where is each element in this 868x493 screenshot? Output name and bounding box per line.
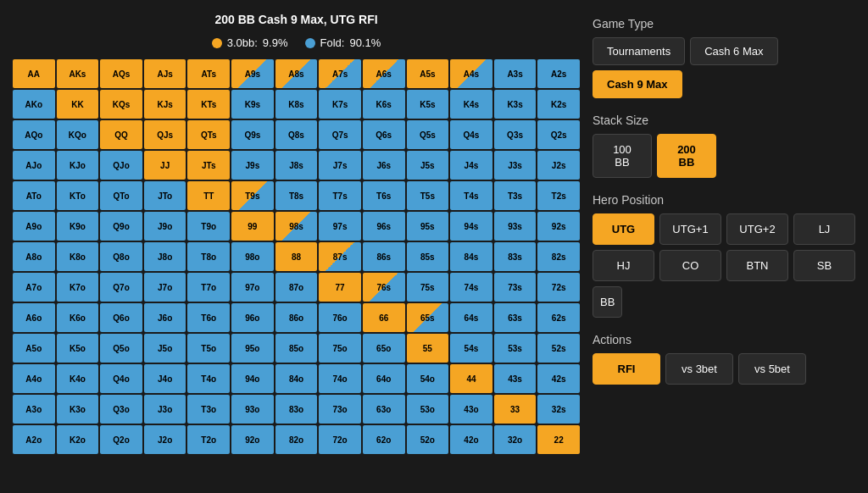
cell-q5o[interactable]: Q5o (100, 334, 142, 363)
cell-96o[interactable]: 96o (231, 303, 274, 332)
cell-kqo[interactable]: KQo (57, 120, 99, 149)
cell-73s[interactable]: 73s (494, 273, 537, 302)
cell-53s[interactable]: 53s (494, 334, 537, 363)
cell-a4o[interactable]: A4o (13, 364, 55, 393)
cell-q3o[interactable]: Q3o (100, 395, 142, 424)
cell-q8o[interactable]: Q8o (100, 242, 142, 271)
cell-t5o[interactable]: T5o (187, 334, 230, 363)
cell-qjs[interactable]: QJs (144, 120, 186, 149)
cell-j8s[interactable]: J8s (275, 151, 318, 180)
cell-qjo[interactable]: QJo (100, 151, 142, 180)
cell-98s[interactable]: 98s (275, 212, 318, 241)
cell-t2s[interactable]: T2s (537, 181, 580, 210)
cell-94o[interactable]: 94o (231, 364, 274, 393)
cell-a2o[interactable]: A2o (13, 425, 55, 454)
cell-j9s[interactable]: J9s (231, 151, 274, 180)
cell-j4s[interactable]: J4s (450, 151, 492, 180)
cell-t6s[interactable]: T6s (363, 181, 405, 210)
btn-vs3bet[interactable]: vs 3bet (665, 353, 733, 385)
cell-k5o[interactable]: K5o (57, 334, 99, 363)
cell-j5s[interactable]: J5s (407, 151, 449, 180)
cell-jj[interactable]: JJ (144, 151, 186, 180)
cell-q6s[interactable]: Q6s (363, 120, 405, 149)
cell-76o[interactable]: 76o (319, 303, 361, 332)
cell-q5s[interactable]: Q5s (407, 120, 449, 149)
cell-85s[interactable]: 85s (407, 242, 449, 271)
cell-t9o[interactable]: T9o (187, 212, 230, 241)
cell-k4o[interactable]: K4o (57, 364, 99, 393)
cell-t4o[interactable]: T4o (187, 364, 230, 393)
cell-j8o[interactable]: J8o (144, 242, 186, 271)
cell-kjs[interactable]: KJs (144, 90, 186, 119)
cell-43s[interactable]: 43s (494, 364, 537, 393)
cell-84o[interactable]: 84o (275, 364, 318, 393)
cell-97o[interactable]: 97o (231, 273, 274, 302)
btn-bb[interactable]: BB (593, 286, 622, 318)
cell-q8s[interactable]: Q8s (275, 120, 318, 149)
cell-j6o[interactable]: J6o (144, 303, 186, 332)
btn-utg1[interactable]: UTG+1 (659, 213, 721, 245)
cell-q9s[interactable]: Q9s (231, 120, 274, 149)
cell-43o[interactable]: 43o (450, 395, 492, 424)
cell-k3s[interactable]: K3s (494, 90, 537, 119)
cell-95o[interactable]: 95o (231, 334, 274, 363)
cell-a6o[interactable]: A6o (13, 303, 55, 332)
cell-62o[interactable]: 62o (363, 425, 405, 454)
cell-t4s[interactable]: T4s (450, 181, 492, 210)
cell-ato[interactable]: ATo (13, 181, 55, 210)
cell-77[interactable]: 77 (319, 273, 361, 302)
btn-co[interactable]: CO (659, 250, 721, 281)
cell-55[interactable]: 55 (407, 334, 449, 363)
cell-q9o[interactable]: Q9o (100, 212, 142, 241)
cell-32o[interactable]: 32o (494, 425, 537, 454)
cell-j3s[interactable]: J3s (494, 151, 537, 180)
btn-cash6max[interactable]: Cash 6 Max (690, 37, 777, 65)
cell-a9o[interactable]: A9o (13, 212, 55, 241)
cell-q6o[interactable]: Q6o (100, 303, 142, 332)
cell-j2o[interactable]: J2o (144, 425, 186, 454)
btn-hj[interactable]: HJ (593, 250, 654, 281)
cell-tt[interactable]: TT (187, 181, 230, 210)
cell-j5o[interactable]: J5o (144, 334, 186, 363)
cell-j9o[interactable]: J9o (144, 212, 186, 241)
cell-aqs[interactable]: AQs (100, 59, 142, 88)
cell-aa[interactable]: AA (13, 59, 55, 88)
cell-k8s[interactable]: K8s (275, 90, 318, 119)
cell-84s[interactable]: 84s (450, 242, 492, 271)
cell-k2s[interactable]: K2s (537, 90, 580, 119)
cell-ats[interactable]: ATs (187, 59, 230, 88)
cell-k9s[interactable]: K9s (231, 90, 274, 119)
btn-lj[interactable]: LJ (793, 213, 855, 245)
cell-j4o[interactable]: J4o (144, 364, 186, 393)
cell-k5s[interactable]: K5s (407, 90, 449, 119)
cell-92s[interactable]: 92s (537, 212, 580, 241)
cell-k8o[interactable]: K8o (57, 242, 99, 271)
cell-62s[interactable]: 62s (537, 303, 580, 332)
cell-63o[interactable]: 63o (363, 395, 405, 424)
cell-jts[interactable]: JTs (187, 151, 230, 180)
btn-tournaments[interactable]: Tournaments (593, 37, 685, 65)
cell-k7s[interactable]: K7s (319, 90, 361, 119)
cell-88[interactable]: 88 (275, 242, 318, 271)
cell-k3o[interactable]: K3o (57, 395, 99, 424)
cell-64o[interactable]: 64o (363, 364, 405, 393)
cell-74o[interactable]: 74o (319, 364, 361, 393)
cell-63s[interactable]: 63s (494, 303, 537, 332)
cell-65o[interactable]: 65o (363, 334, 405, 363)
cell-a8s[interactable]: A8s (275, 59, 318, 88)
cell-75o[interactable]: 75o (319, 334, 361, 363)
cell-aks[interactable]: AKs (57, 59, 99, 88)
cell-42o[interactable]: 42o (450, 425, 492, 454)
cell-99[interactable]: 99 (231, 212, 274, 241)
cell-72s[interactable]: 72s (537, 273, 580, 302)
cell-t8s[interactable]: T8s (275, 181, 318, 210)
cell-t9s[interactable]: T9s (231, 181, 274, 210)
cell-j2s[interactable]: J2s (537, 151, 580, 180)
cell-73o[interactable]: 73o (319, 395, 361, 424)
cell-t8o[interactable]: T8o (187, 242, 230, 271)
cell-t7s[interactable]: T7s (319, 181, 361, 210)
cell-kqs[interactable]: KQs (100, 90, 142, 119)
cell-a7o[interactable]: A7o (13, 273, 55, 302)
cell-94s[interactable]: 94s (450, 212, 492, 241)
cell-87s[interactable]: 87s (319, 242, 361, 271)
